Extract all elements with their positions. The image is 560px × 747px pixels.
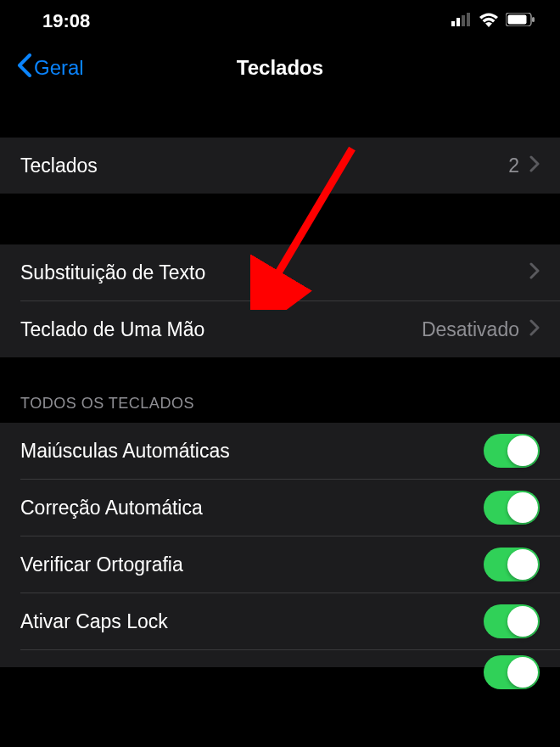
wifi-icon: [479, 12, 499, 31]
toggle-auto-caps[interactable]: [484, 434, 540, 468]
svg-rect-5: [508, 15, 527, 25]
back-button[interactable]: Geral: [17, 53, 84, 82]
toggle-auto-correct[interactable]: [484, 491, 540, 525]
back-label: Geral: [34, 56, 84, 80]
svg-rect-1: [456, 18, 460, 26]
toggle-thumb: [507, 549, 538, 580]
svg-rect-2: [462, 15, 465, 26]
row-label: Verificar Ortografia: [20, 553, 183, 576]
row-partial: [0, 650, 560, 667]
status-icons: [451, 12, 535, 31]
group-all-keyboards: Maiúsculas Automáticas Correção Automáti…: [0, 423, 560, 667]
chevron-right-icon: [529, 319, 540, 340]
row-one-handed[interactable]: Teclado de Uma Mão Desativado: [0, 301, 560, 357]
row-spell-check: Verificar Ortografia: [0, 536, 560, 593]
svg-rect-6: [532, 17, 535, 22]
row-label: Substituição de Texto: [20, 261, 205, 284]
row-label: Teclado de Uma Mão: [20, 318, 204, 341]
toggle-spell-check[interactable]: [484, 548, 540, 581]
status-bar: 19:08: [0, 0, 560, 42]
row-label: Correção Automática: [20, 497, 203, 520]
status-time: 19:08: [42, 10, 90, 32]
row-value: Desativado: [422, 318, 519, 341]
row-auto-correct: Correção Automática: [0, 480, 560, 536]
section-header: TODOS OS TECLADOS: [0, 357, 560, 423]
svg-rect-3: [467, 13, 470, 26]
chevron-right-icon: [529, 155, 540, 176]
row-right: [529, 262, 540, 283]
chevron-right-icon: [529, 262, 540, 283]
nav-bar: Geral Teclados: [0, 42, 560, 93]
page-title: Teclados: [237, 56, 323, 80]
row-caps-lock: Ativar Caps Lock: [0, 593, 560, 649]
group-text-options: Substituição de Texto Teclado de Uma Mão…: [0, 244, 560, 357]
svg-rect-0: [451, 21, 455, 26]
row-right: 2: [508, 154, 540, 177]
battery-icon: [506, 13, 535, 30]
row-right: Desativado: [422, 318, 540, 341]
toggle-partial[interactable]: [484, 655, 540, 689]
toggle-thumb: [507, 435, 538, 466]
group-keyboards: Teclados 2: [0, 138, 560, 194]
spacer: [0, 93, 560, 138]
toggle-thumb: [507, 657, 538, 688]
spacer: [0, 194, 560, 244]
toggle-caps-lock[interactable]: [484, 604, 540, 638]
row-text-replacement[interactable]: Substituição de Texto: [0, 244, 560, 300]
toggle-thumb: [507, 492, 538, 523]
row-value: 2: [508, 154, 519, 177]
row-keyboards[interactable]: Teclados 2: [0, 138, 560, 194]
toggle-thumb: [507, 606, 538, 637]
cellular-icon: [451, 13, 472, 30]
row-label: Maiúsculas Automáticas: [20, 440, 230, 463]
row-auto-caps: Maiúsculas Automáticas: [0, 423, 560, 479]
row-label: Teclados: [20, 154, 98, 177]
chevron-left-icon: [17, 53, 32, 82]
row-label: Ativar Caps Lock: [20, 610, 168, 633]
